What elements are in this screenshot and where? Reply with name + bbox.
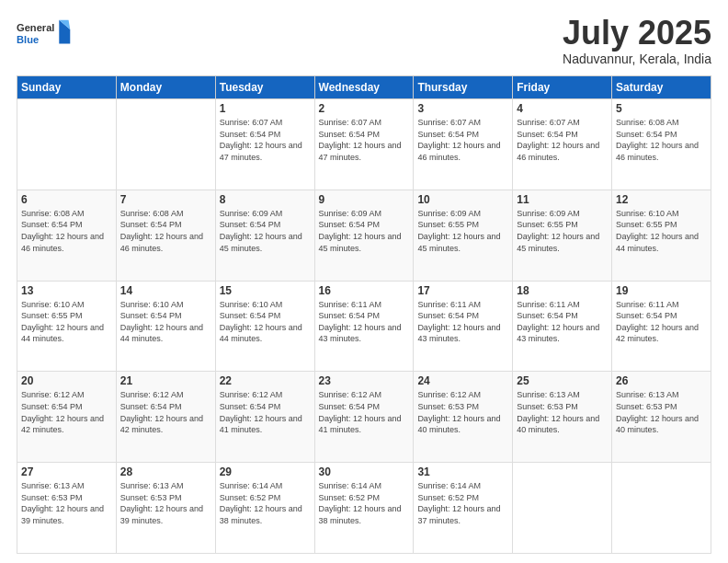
- col-sunday: Sunday: [17, 76, 117, 99]
- day-number: 11: [517, 193, 608, 206]
- day-number: 31: [417, 465, 508, 478]
- title-block: July 2025 Naduvannur, Kerala, India: [563, 17, 711, 66]
- table-row: 4Sunrise: 6:07 AM Sunset: 6:54 PM Daylig…: [513, 99, 612, 190]
- day-number: 23: [319, 374, 410, 387]
- table-row: 10Sunrise: 6:09 AM Sunset: 6:55 PM Dayli…: [414, 190, 513, 281]
- table-row: 1Sunrise: 6:07 AM Sunset: 6:54 PM Daylig…: [215, 99, 314, 190]
- table-row: 16Sunrise: 6:11 AM Sunset: 6:54 PM Dayli…: [314, 281, 414, 372]
- cell-info: Sunrise: 6:09 AM Sunset: 6:55 PM Dayligh…: [517, 208, 608, 254]
- cell-info: Sunrise: 6:10 AM Sunset: 6:54 PM Dayligh…: [220, 299, 311, 345]
- logo-svg: General Blue: [17, 17, 72, 53]
- table-row: 3Sunrise: 6:07 AM Sunset: 6:54 PM Daylig…: [414, 99, 513, 190]
- day-number: 21: [120, 374, 211, 387]
- cell-info: Sunrise: 6:07 AM Sunset: 6:54 PM Dayligh…: [417, 117, 508, 163]
- table-row: 6Sunrise: 6:08 AM Sunset: 6:54 PM Daylig…: [17, 190, 117, 281]
- col-monday: Monday: [116, 76, 215, 99]
- table-row: 15Sunrise: 6:10 AM Sunset: 6:54 PM Dayli…: [215, 281, 314, 372]
- day-number: 30: [319, 465, 410, 478]
- table-row: 30Sunrise: 6:14 AM Sunset: 6:52 PM Dayli…: [314, 463, 414, 554]
- cell-info: Sunrise: 6:13 AM Sunset: 6:53 PM Dayligh…: [517, 389, 608, 435]
- cell-info: Sunrise: 6:12 AM Sunset: 6:54 PM Dayligh…: [120, 389, 211, 435]
- header: General Blue July 2025 Naduvannur, Keral…: [17, 17, 711, 66]
- cell-info: Sunrise: 6:12 AM Sunset: 6:54 PM Dayligh…: [220, 389, 311, 435]
- day-number: 1: [220, 102, 311, 115]
- day-number: 24: [417, 374, 508, 387]
- cell-info: Sunrise: 6:14 AM Sunset: 6:52 PM Dayligh…: [319, 480, 410, 526]
- table-row: 5Sunrise: 6:08 AM Sunset: 6:54 PM Daylig…: [612, 99, 711, 190]
- day-number: 29: [220, 465, 311, 478]
- table-row: 11Sunrise: 6:09 AM Sunset: 6:55 PM Dayli…: [513, 190, 612, 281]
- cell-info: Sunrise: 6:07 AM Sunset: 6:54 PM Dayligh…: [319, 117, 410, 163]
- table-row: [513, 463, 612, 554]
- cell-info: Sunrise: 6:12 AM Sunset: 6:53 PM Dayligh…: [417, 389, 508, 435]
- table-row: 27Sunrise: 6:13 AM Sunset: 6:53 PM Dayli…: [17, 463, 117, 554]
- table-row: 20Sunrise: 6:12 AM Sunset: 6:54 PM Dayli…: [17, 372, 117, 463]
- cell-info: Sunrise: 6:11 AM Sunset: 6:54 PM Dayligh…: [417, 299, 508, 345]
- calendar-week-row: 27Sunrise: 6:13 AM Sunset: 6:53 PM Dayli…: [17, 463, 711, 554]
- svg-text:General: General: [17, 22, 54, 33]
- table-row: 8Sunrise: 6:09 AM Sunset: 6:54 PM Daylig…: [215, 190, 314, 281]
- page: General Blue July 2025 Naduvannur, Keral…: [0, 0, 728, 563]
- cell-info: Sunrise: 6:10 AM Sunset: 6:54 PM Dayligh…: [120, 299, 211, 345]
- day-number: 25: [517, 374, 608, 387]
- day-number: 3: [417, 102, 508, 115]
- day-number: 12: [616, 193, 707, 206]
- cell-info: Sunrise: 6:11 AM Sunset: 6:54 PM Dayligh…: [616, 299, 707, 345]
- table-row: 31Sunrise: 6:14 AM Sunset: 6:52 PM Dayli…: [414, 463, 513, 554]
- day-number: 13: [21, 284, 112, 297]
- day-number: 8: [220, 193, 311, 206]
- day-number: 20: [21, 374, 112, 387]
- table-row: [17, 99, 117, 190]
- table-row: 2Sunrise: 6:07 AM Sunset: 6:54 PM Daylig…: [314, 99, 414, 190]
- calendar-week-row: 6Sunrise: 6:08 AM Sunset: 6:54 PM Daylig…: [17, 190, 711, 281]
- table-row: 13Sunrise: 6:10 AM Sunset: 6:55 PM Dayli…: [17, 281, 117, 372]
- cell-info: Sunrise: 6:08 AM Sunset: 6:54 PM Dayligh…: [616, 117, 707, 163]
- cell-info: Sunrise: 6:10 AM Sunset: 6:55 PM Dayligh…: [21, 299, 112, 345]
- svg-text:Blue: Blue: [17, 34, 39, 45]
- table-row: 9Sunrise: 6:09 AM Sunset: 6:54 PM Daylig…: [314, 190, 414, 281]
- cell-info: Sunrise: 6:13 AM Sunset: 6:53 PM Dayligh…: [616, 389, 707, 435]
- cell-info: Sunrise: 6:07 AM Sunset: 6:54 PM Dayligh…: [220, 117, 311, 163]
- cell-info: Sunrise: 6:11 AM Sunset: 6:54 PM Dayligh…: [319, 299, 410, 345]
- day-number: 28: [120, 465, 211, 478]
- table-row: 7Sunrise: 6:08 AM Sunset: 6:54 PM Daylig…: [116, 190, 215, 281]
- day-number: 4: [517, 102, 608, 115]
- calendar-week-row: 20Sunrise: 6:12 AM Sunset: 6:54 PM Dayli…: [17, 372, 711, 463]
- col-saturday: Saturday: [612, 76, 711, 99]
- cell-info: Sunrise: 6:11 AM Sunset: 6:54 PM Dayligh…: [517, 299, 608, 345]
- day-number: 5: [616, 102, 707, 115]
- cell-info: Sunrise: 6:12 AM Sunset: 6:54 PM Dayligh…: [21, 389, 112, 435]
- table-row: 25Sunrise: 6:13 AM Sunset: 6:53 PM Dayli…: [513, 372, 612, 463]
- day-number: 6: [21, 193, 112, 206]
- calendar-week-row: 1Sunrise: 6:07 AM Sunset: 6:54 PM Daylig…: [17, 99, 711, 190]
- table-row: 23Sunrise: 6:12 AM Sunset: 6:54 PM Dayli…: [314, 372, 414, 463]
- cell-info: Sunrise: 6:12 AM Sunset: 6:54 PM Dayligh…: [319, 389, 410, 435]
- table-row: 19Sunrise: 6:11 AM Sunset: 6:54 PM Dayli…: [612, 281, 711, 372]
- calendar-week-row: 13Sunrise: 6:10 AM Sunset: 6:55 PM Dayli…: [17, 281, 711, 372]
- table-row: 22Sunrise: 6:12 AM Sunset: 6:54 PM Dayli…: [215, 372, 314, 463]
- logo: General Blue: [17, 17, 72, 53]
- table-row: 21Sunrise: 6:12 AM Sunset: 6:54 PM Dayli…: [116, 372, 215, 463]
- cell-info: Sunrise: 6:14 AM Sunset: 6:52 PM Dayligh…: [220, 480, 311, 526]
- table-row: 29Sunrise: 6:14 AM Sunset: 6:52 PM Dayli…: [215, 463, 314, 554]
- day-number: 15: [220, 284, 311, 297]
- cell-info: Sunrise: 6:08 AM Sunset: 6:54 PM Dayligh…: [21, 208, 112, 254]
- day-number: 14: [120, 284, 211, 297]
- cell-info: Sunrise: 6:09 AM Sunset: 6:55 PM Dayligh…: [417, 208, 508, 254]
- cell-info: Sunrise: 6:09 AM Sunset: 6:54 PM Dayligh…: [319, 208, 410, 254]
- day-number: 19: [616, 284, 707, 297]
- table-row: 18Sunrise: 6:11 AM Sunset: 6:54 PM Dayli…: [513, 281, 612, 372]
- col-thursday: Thursday: [414, 76, 513, 99]
- cell-info: Sunrise: 6:08 AM Sunset: 6:54 PM Dayligh…: [120, 208, 211, 254]
- table-row: 24Sunrise: 6:12 AM Sunset: 6:53 PM Dayli…: [414, 372, 513, 463]
- day-number: 2: [319, 102, 410, 115]
- cell-info: Sunrise: 6:09 AM Sunset: 6:54 PM Dayligh…: [220, 208, 311, 254]
- day-number: 16: [319, 284, 410, 297]
- day-number: 17: [417, 284, 508, 297]
- day-number: 27: [21, 465, 112, 478]
- cell-info: Sunrise: 6:10 AM Sunset: 6:55 PM Dayligh…: [616, 208, 707, 254]
- table-row: 17Sunrise: 6:11 AM Sunset: 6:54 PM Dayli…: [414, 281, 513, 372]
- cell-info: Sunrise: 6:07 AM Sunset: 6:54 PM Dayligh…: [517, 117, 608, 163]
- day-number: 10: [417, 193, 508, 206]
- day-number: 22: [220, 374, 311, 387]
